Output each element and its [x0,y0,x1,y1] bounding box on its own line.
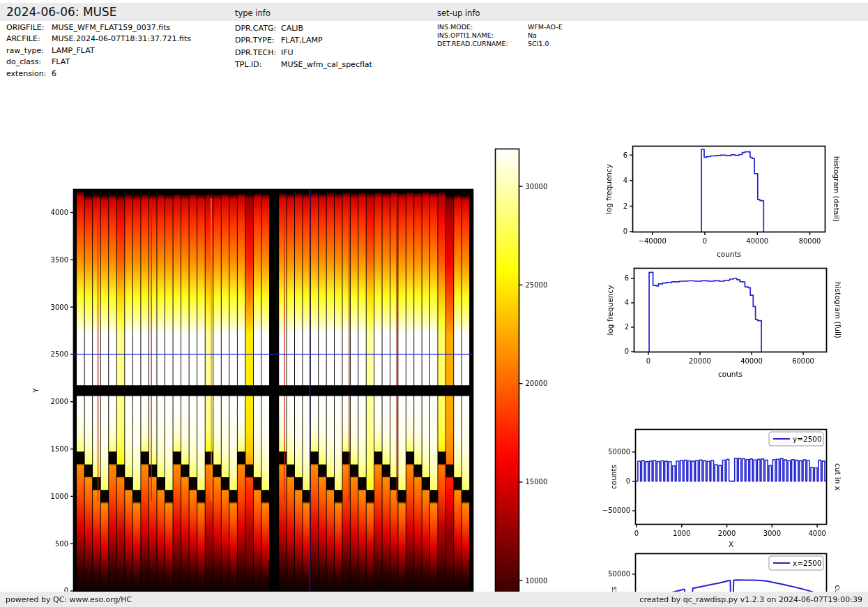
svg-text:4000: 4000 [808,530,825,537]
svg-text:60000: 60000 [792,357,814,365]
meta-value: Na [528,31,537,39]
raw-image-canvas [74,190,473,591]
type-info: DPR.CATG:CALIBDPR.TYPE:FLAT,LAMPDPR.TECH… [235,24,372,72]
svg-text:15000: 15000 [526,478,548,486]
svg-text:500: 500 [55,540,68,548]
cut-x-plot: 01000200030004000−50000050000Xcountscut … [602,430,842,549]
type-info-title: type info [235,8,271,18]
meta-row: do_class:FLAT [6,57,191,68]
svg-text:3500: 3500 [51,256,68,264]
meta-label: ARCFILE: [6,34,52,43]
meta-value: CALIB [281,24,303,33]
svg-text:4: 4 [625,299,629,306]
footer-right-text: created by qc_rawdisp.py v1.2.3 on 2024-… [639,595,862,604]
svg-text:histogram (detail): histogram (detail) [832,156,841,222]
svg-text:80000: 80000 [799,237,821,245]
svg-text:0: 0 [703,237,707,245]
footer-left-text: powered by QC: www.eso.org/HC [6,595,132,604]
meta-label: DPR.TECH: [235,48,281,57]
svg-text:25000: 25000 [526,281,548,289]
svg-text:2500: 2500 [51,350,68,358]
meta-label: DPR.TYPE: [235,36,281,45]
svg-text:0: 0 [626,477,630,485]
svg-text:2: 2 [625,323,629,331]
meta-row: raw_type:LAMP_FLAT [6,46,191,57]
meta-label: INS.MODE: [437,23,528,31]
svg-text:counts: counts [717,250,741,258]
setup-info-title: set-up info [437,8,480,18]
svg-text:3000: 3000 [763,530,781,537]
svg-text:log frequency: log frequency [606,285,614,335]
svg-text:X: X [729,540,733,548]
hist-detail-plot: −40000040000800000246countslog frequency… [604,147,841,259]
svg-text:4000: 4000 [51,209,68,216]
svg-text:y=2500: y=2500 [793,435,822,443]
hist-full-plot: 02000040000600000246countslog frequencyh… [606,269,842,379]
meta-label: DPR.CATG: [235,24,281,33]
svg-text:2000: 2000 [718,530,736,537]
svg-text:0: 0 [623,227,627,235]
svg-text:10000: 10000 [526,577,548,585]
page-title: 2024-06-06: MUSE [6,5,117,19]
meta-value: FLAT [52,57,70,66]
svg-text:2000: 2000 [51,398,68,405]
meta-row: INS.OPTI1.NAME:Na [437,31,563,40]
svg-text:1000: 1000 [673,530,690,537]
svg-text:counts: counts [718,370,743,378]
meta-label: raw_type: [6,46,52,55]
svg-text:0: 0 [625,347,629,355]
svg-text:−40000: −40000 [639,237,667,245]
meta-label: DET.READ.CURNAME: [437,40,528,47]
svg-text:6: 6 [625,274,629,282]
colorbar-gradient [496,149,519,607]
svg-text:Y: Y [31,388,40,394]
meta-value: MUSE_WFM_FLAT159_0037.fits [52,23,170,32]
svg-text:histogram (full): histogram (full) [834,282,842,338]
meta-value: IFU [281,48,294,57]
meta-value: LAMP_FLAT [52,46,95,55]
meta-label: ORIGFILE: [6,23,52,32]
svg-text:0: 0 [646,357,650,365]
meta-label: INS.OPTI1.NAME: [437,31,528,39]
svg-text:1500: 1500 [51,445,68,453]
svg-text:x=2500: x=2500 [793,559,822,567]
meta-label: do_class: [6,57,52,66]
svg-text:−50000: −50000 [602,507,630,514]
svg-text:40000: 40000 [740,357,763,365]
meta-row: DET.READ.CURNAME:SCI1.0 [437,40,563,48]
svg-text:30000: 30000 [526,183,548,190]
svg-text:log frequency: log frequency [604,164,613,214]
svg-text:3000: 3000 [51,304,68,311]
meta-row: ORIGFILE:MUSE_WFM_FLAT159_0037.fits [6,23,191,34]
svg-text:cut in x: cut in x [834,463,842,490]
setup-info: INS.MODE:WFM-AO-EINS.OPTI1.NAME:NaDET.RE… [437,23,563,47]
svg-text:4: 4 [623,177,627,184]
svg-text:2: 2 [623,202,627,210]
meta-row: ARCFILE:MUSE.2024-06-07T18:31:37.721.fit… [6,34,191,45]
meta-label: TPL.ID: [235,60,281,69]
meta-value: FLAT,LAMP [281,36,323,45]
svg-text:0: 0 [634,530,639,537]
figure-area: 0500100015002000250030003500400005001000… [0,70,868,592]
meta-row: DPR.TECH:IFU [235,48,372,60]
svg-text:50000: 50000 [608,448,630,456]
meta-row: INS.MODE:WFM-AO-E [437,23,563,31]
svg-text:1000: 1000 [51,493,68,500]
header-bar [0,3,868,21]
svg-text:6: 6 [623,151,627,159]
svg-text:20000: 20000 [526,380,548,387]
meta-value: WFM-AO-E [528,23,563,31]
meta-value: SCI1.0 [528,40,549,47]
svg-text:40000: 40000 [746,237,768,245]
svg-text:20000: 20000 [689,357,711,365]
meta-value: MUSE_wfm_cal_specflat [281,60,372,69]
svg-text:counts: counts [609,465,618,489]
meta-row: DPR.TYPE:FLAT,LAMP [235,36,372,47]
meta-value: MUSE.2024-06-07T18:31:37.721.fits [52,34,191,43]
meta-row: DPR.CATG:CALIB [235,24,372,36]
svg-text:50000: 50000 [608,570,630,578]
